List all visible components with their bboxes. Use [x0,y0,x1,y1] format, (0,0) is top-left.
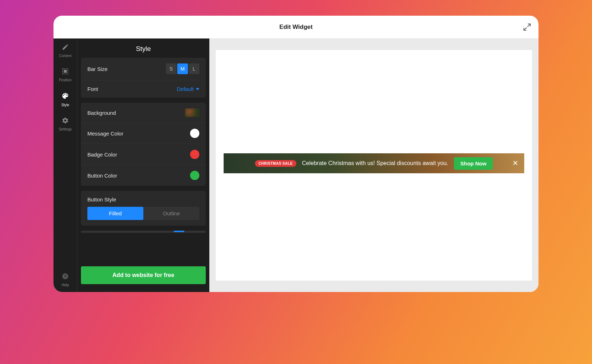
svg-text:?: ? [64,274,66,278]
font-label: Font [87,86,98,92]
panel-title: Style [77,39,209,58]
modal-body: Content Position Style Settings [53,39,539,292]
row-badge-color: Badge Color [81,144,206,165]
style-panel: Style Bar Size S M L Font Defaul [77,39,209,292]
group-bar-font: Bar Size S M L Font Default [81,58,206,98]
caret-down-icon [196,88,199,90]
font-select[interactable]: Default [177,86,199,92]
nav-item-position[interactable]: Position [53,63,77,87]
bar-size-label: Bar Size [87,66,108,72]
group-button-style: Button Style Filled Outline [81,191,206,226]
group-colors: Background Message Color Badge Color But… [81,103,206,186]
position-icon [62,68,69,77]
row-background: Background [81,103,206,123]
badge-color-label: Badge Color [87,152,117,158]
font-value: Default [177,86,194,92]
message-color-label: Message Color [87,130,123,137]
button-color-label: Button Color [87,173,117,179]
badge-color-swatch[interactable] [190,150,199,159]
modal-title: Edit Widget [279,24,312,31]
button-style-tabs: Filled Outline [87,207,199,220]
expand-icon [523,23,531,31]
notification-bar-preview: CHRISTMAS SALE Celebrate Christmas with … [224,153,524,173]
bar-size-option-m[interactable]: M [177,63,188,74]
nav-item-help[interactable]: ? Help [53,268,77,292]
button-color-swatch[interactable] [190,171,199,180]
preview-message: Celebrate Christmas with us! Special dis… [302,160,448,166]
message-color-swatch[interactable] [190,129,199,138]
preview-badge: CHRISTMAS SALE [255,160,296,167]
svg-rect-1 [64,70,67,73]
add-to-website-button[interactable]: Add to website for free [81,266,206,284]
row-message-color: Message Color [81,123,206,144]
help-icon: ? [62,273,69,282]
button-style-outline[interactable]: Outline [143,207,199,220]
nav-item-content[interactable]: Content [53,39,77,63]
bar-size-option-s[interactable]: S [166,63,177,74]
button-style-label: Button Style [87,196,199,202]
nav-item-settings[interactable]: Settings [53,112,77,136]
row-button-color: Button Color [81,165,206,186]
gear-icon [62,117,69,126]
palette-icon [61,92,69,102]
bar-size-segment: S M L [166,63,199,74]
row-bar-size: Bar Size S M L [81,58,206,80]
row-font: Font Default [81,80,206,98]
expand-button[interactable] [523,23,531,31]
edit-widget-modal: Edit Widget Content Position [53,16,539,292]
background-swatch[interactable] [185,108,199,117]
background-label: Background [87,110,116,116]
preview-canvas: CHRISTMAS SALE Celebrate Christmas with … [216,50,532,281]
button-style-filled[interactable]: Filled [87,207,143,220]
close-icon [513,160,518,165]
nav-item-style[interactable]: Style [53,87,77,112]
preview-area: CHRISTMAS SALE Celebrate Christmas with … [209,39,539,292]
nav-rail: Content Position Style Settings [53,39,77,292]
preview-button[interactable]: Shop Now [454,157,493,170]
next-group-peek [81,231,206,233]
pencil-icon [62,43,69,52]
preview-close-button[interactable] [513,160,518,167]
bar-size-option-l[interactable]: L [189,63,199,74]
modal-header: Edit Widget [53,16,539,39]
